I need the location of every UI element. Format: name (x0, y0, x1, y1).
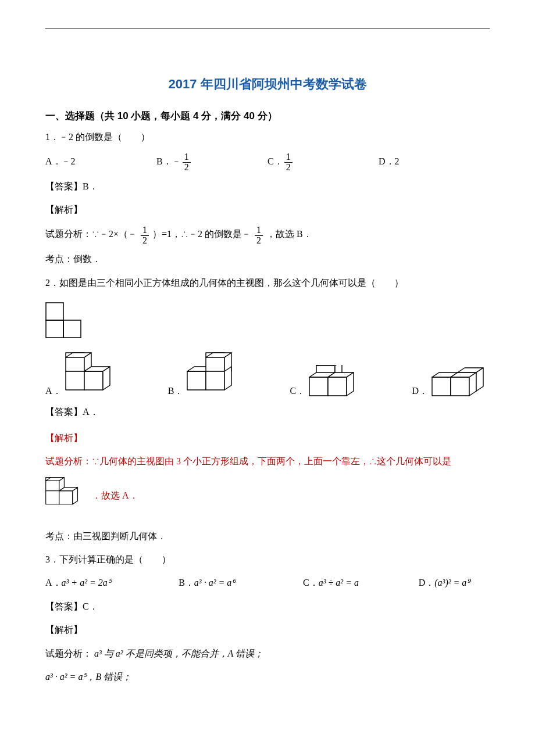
svg-rect-1 (46, 320, 63, 338)
q2-analysis-text: 试题分析：∵几何体的主视图由 3 个小正方形组成，下面两个，上面一个靠左，∴这个… (45, 453, 490, 470)
q2-stem: 2．如图是由三个相同小正方体组成的几何体的主视图，那么这个几何体可以是（ ） (45, 274, 490, 292)
q2-option-d: D． (412, 365, 490, 397)
fraction-icon: 1 2 (183, 152, 191, 173)
top-rule (45, 28, 490, 28)
svg-marker-31 (469, 372, 476, 396)
svg-marker-17 (224, 367, 231, 390)
front-view-figure (45, 302, 84, 338)
q2-topic: 考点：由三视图判断几何体． (45, 528, 490, 545)
q1-topic: 考点：倒数． (45, 250, 490, 268)
svg-marker-41 (73, 488, 78, 504)
cube-a-icon (65, 352, 123, 397)
svg-marker-21 (309, 377, 328, 396)
svg-rect-2 (63, 320, 81, 338)
q1-option-a: A．﹣2 (45, 152, 156, 172)
svg-rect-0 (46, 303, 63, 320)
q2-option-a: A． (45, 352, 123, 397)
q3-option-c: C． a³ ÷ a² = a (303, 574, 419, 592)
svg-marker-37 (46, 491, 59, 504)
q3-option-d: D． (a³)² = a⁹ (419, 574, 490, 592)
q1-analysis-label: 【解析】 (45, 201, 490, 218)
q3-analysis-line2: a³ · a² = a⁵，B 错误； (45, 668, 490, 686)
q2-analysis-label: 【解析】 (45, 429, 490, 447)
q3-options: A． a³ + a² = 2a⁵ B． a³ · a² = a⁶ C． a³ ÷… (45, 574, 490, 592)
q1-answer: 【答案】B． (45, 178, 490, 195)
q3-analysis-line1: 试题分析： a³ 与 a² 不是同类项，不能合并，A 错误； (45, 645, 490, 662)
page-title: 2017 年四川省阿坝州中考数学试卷 (45, 76, 490, 93)
q1-options: A．﹣2 B．﹣ 1 2 C． 1 2 D．2 (45, 152, 490, 172)
q1-option-b: B．﹣ 1 2 (156, 152, 268, 172)
svg-marker-8 (84, 371, 103, 390)
fraction-icon: 1 2 (141, 225, 149, 246)
fraction-icon: 1 2 (255, 225, 263, 246)
cube-a-small-icon (45, 476, 87, 517)
svg-marker-16 (206, 371, 224, 390)
svg-marker-11 (187, 371, 206, 390)
q2-option-b: B． (168, 352, 245, 397)
q3-analysis-label: 【解析】 (45, 621, 490, 639)
fraction-icon: 1 2 (284, 152, 293, 173)
section-heading: 一、选择题（共 10 小题，每小题 4 分，满分 40 分） (45, 109, 490, 123)
svg-marker-10 (103, 367, 110, 390)
svg-marker-29 (451, 377, 469, 396)
q1-stem: 1．﹣2 的倒数是（ ） (45, 128, 490, 146)
cube-c-icon (309, 365, 367, 397)
svg-marker-33 (476, 368, 483, 391)
q3-option-b: B． a³ · a² = a⁶ (179, 574, 303, 592)
cube-b-icon (187, 352, 245, 397)
q3-answer: 【答案】C． (45, 598, 490, 615)
q1-analysis: 试题分析：∵﹣2×（﹣ 1 2 ）=1，∴﹣2 的倒数是﹣ 1 2 ，故选 B． (45, 225, 490, 245)
q3-stem: 3．下列计算正确的是（ ） (45, 551, 490, 568)
svg-marker-27 (432, 377, 451, 396)
q1-option-d: D．2 (379, 152, 490, 172)
cube-d-icon (431, 365, 490, 397)
q2-answer: 【答案】A． (45, 403, 490, 421)
q3-option-a: A． a³ + a² = 2a⁵ (45, 574, 179, 592)
q2-options: A． B． (45, 352, 490, 397)
svg-marker-24 (328, 377, 347, 396)
svg-marker-26 (347, 372, 354, 396)
svg-marker-39 (59, 491, 73, 504)
q2-analysis-figure: ．故选 A． (45, 476, 490, 517)
q2-option-c: C． (290, 365, 368, 397)
q1-option-c: C． 1 2 (268, 152, 379, 172)
svg-marker-6 (66, 371, 84, 390)
